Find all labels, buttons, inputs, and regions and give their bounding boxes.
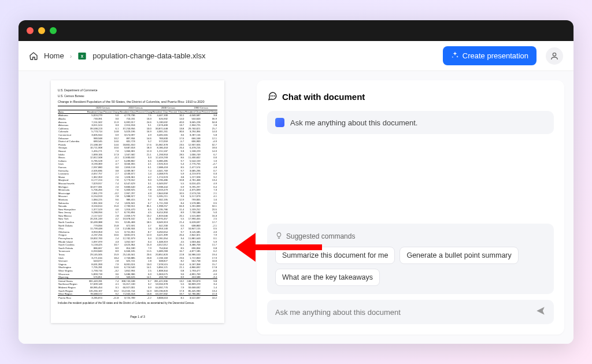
send-icon[interactable]: [535, 306, 546, 318]
svg-point-5: [271, 96, 271, 96]
chevron-right-icon: ›: [70, 53, 72, 60]
doc-footnote: Includes the resident population of the …: [58, 302, 217, 304]
content-area: U.S. Department of Commerce U.S. Census …: [18, 71, 574, 344]
doc-title: Change in Resident Population of the 50 …: [58, 100, 217, 103]
create-presentation-button[interactable]: Create presentation: [443, 46, 536, 65]
maximize-icon[interactable]: [50, 27, 57, 34]
chat-greeting: Ask me anything about this document.: [267, 111, 554, 134]
close-icon[interactable]: [27, 27, 34, 34]
chat-title: Chat with document: [282, 92, 365, 102]
document-preview-pane: U.S. Department of Commerce U.S. Census …: [28, 80, 247, 335]
create-presentation-label: Create presentation: [462, 51, 528, 60]
breadcrumb-home[interactable]: Home: [44, 51, 64, 60]
svg-text:X: X: [81, 54, 84, 58]
suggested-commands-title-row: Suggested commands: [275, 232, 546, 241]
svg-point-2: [553, 53, 556, 55]
sparkle-icon: [451, 51, 459, 61]
svg-point-6: [272, 96, 273, 96]
chat-input-row: [267, 300, 554, 324]
home-icon[interactable]: [29, 51, 38, 61]
suggested-commands-label: Suggested commands: [286, 232, 355, 240]
chat-greeting-text: Ask me anything about this document.: [290, 118, 417, 127]
avatar[interactable]: [546, 47, 563, 65]
doc-agency-2: U.S. Census Bureau: [58, 94, 217, 98]
chat-panel: Chat with document Ask me anything about…: [257, 80, 564, 335]
svg-point-7: [274, 96, 275, 96]
titlebar: [18, 20, 574, 41]
doc-agency-1: U.S. Department of Commerce: [58, 88, 217, 92]
chat-icon: [267, 91, 278, 103]
excel-icon: X: [77, 51, 87, 61]
document-page[interactable]: U.S. Department of Commerce U.S. Census …: [51, 80, 224, 323]
chat-title-row: Chat with document: [267, 91, 554, 103]
suggested-commands-block: Suggested commands Summarize this docume…: [267, 224, 554, 294]
doc-table: 2020 Census2010 Census2000 Census1990 Ce…: [58, 106, 217, 299]
chat-input[interactable]: [275, 308, 531, 317]
lightbulb-icon: [275, 232, 283, 241]
toolbar: Home › X population-change-data-table.xl…: [18, 41, 574, 71]
breadcrumb-file[interactable]: population-change-data-table.xlsx: [92, 51, 205, 60]
app-window: Home › X population-change-data-table.xl…: [18, 20, 574, 344]
breadcrumb: Home › X population-change-data-table.xl…: [29, 51, 206, 61]
suggestion-chip[interactable]: What are the key takeaways: [275, 269, 380, 286]
suggestion-chip[interactable]: Summarize this document for me: [275, 247, 395, 264]
table-row: Puerto Rico3,285,874-11.83,725,789-2.23,…: [58, 296, 217, 299]
suggestion-chip[interactable]: Generate a bullet point summary: [399, 247, 518, 264]
suggested-commands-list: Summarize this document for meGenerate a…: [275, 247, 546, 286]
window-controls: [27, 27, 57, 34]
ai-avatar-icon: [275, 118, 284, 127]
doc-page-number: Page 1 of 3: [58, 310, 217, 318]
minimize-icon[interactable]: [38, 27, 45, 34]
